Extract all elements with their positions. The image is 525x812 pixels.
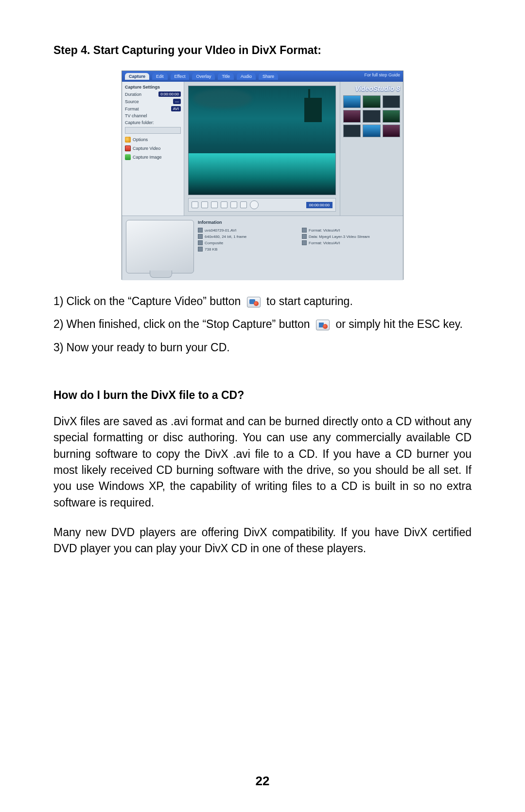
ffwd-icon (240, 201, 247, 208)
library-thumb (383, 110, 400, 123)
step-number: 1) (53, 293, 63, 309)
vs-tab-capture: Capture (125, 73, 149, 80)
step-text: or simply hit the ESC key. (335, 318, 463, 330)
camera-icon (125, 154, 131, 160)
vs-tab-title: Title (218, 73, 234, 80)
vs-tab-audio: Audio (237, 73, 256, 80)
vs-row-label: Source (125, 99, 139, 104)
vs-tab-bar: Capture Edit Effect Overlay Title Audio … (122, 71, 403, 82)
step-number: 2) (53, 316, 63, 332)
stop-icon (201, 201, 208, 208)
screenshot-figure: Capture Edit Effect Overlay Title Audio … (53, 71, 472, 280)
file-icon (198, 234, 203, 239)
vs-left-panel: Capture Settings Duration0:00:00:00 Sour… (122, 82, 184, 216)
vs-preview-canvas (188, 86, 336, 195)
library-thumb (363, 125, 380, 137)
vs-tab-share: Share (259, 73, 278, 80)
file-icon (198, 247, 203, 252)
step-text: to start capturing. (266, 295, 353, 307)
vs-library-panel: VideoStudio 8 (340, 82, 403, 216)
vs-row-value: — (173, 99, 181, 104)
jog-icon (250, 200, 259, 209)
body-paragraph: DivX files are saved as .avi format and … (53, 414, 472, 511)
body-paragraph: Many new DVD players are offering DivX c… (53, 524, 472, 557)
vs-info-text: Composite (205, 241, 223, 245)
vs-link-capture-image: Capture Image (125, 154, 181, 160)
step-text: When finished, click on the “Stop Captur… (66, 318, 310, 330)
library-thumb (343, 125, 361, 137)
vs-playback-controls: 00:00:00:00 (188, 198, 336, 212)
vs-tab-effect: Effect (171, 73, 190, 80)
instruction-item: 3) Now your ready to burn your CD. (53, 340, 472, 356)
vs-folder-label: Capture folder: (125, 120, 181, 125)
instruction-item: 2) When finished, click on the “Stop Cap… (53, 316, 472, 332)
vs-folder-field (125, 127, 181, 134)
library-thumb (363, 95, 380, 108)
vs-link-options: Options (125, 137, 181, 143)
vs-row-label: TV channel (125, 113, 147, 118)
library-thumb (343, 110, 361, 123)
vs-info-heading: Information (198, 220, 399, 225)
vs-link-label: Capture Video (133, 146, 160, 151)
vs-info-text: 640x480, 24 bit, 1 frame (205, 235, 246, 239)
step-text: Click on the “Capture Video” button (66, 295, 241, 307)
gear-icon (125, 137, 131, 143)
vs-tab-edit: Edit (152, 73, 168, 80)
library-thumb (383, 125, 400, 137)
vs-link-label: Capture Image (133, 155, 162, 160)
page-number: 22 (0, 774, 525, 789)
vs-info-text: Data: Mpeg4 Layer-3 Video Stream (309, 235, 370, 239)
vs-row-label: Format (125, 107, 139, 111)
instruction-item: 1) Click on the “Capture Video” button t… (53, 293, 472, 309)
play-icon (192, 201, 198, 208)
vs-info-text: uvs040729-01.AVI (205, 228, 236, 233)
vs-info-text: Format: Video/AVI (309, 228, 340, 233)
library-thumb (363, 110, 380, 123)
stop-capture-icon (316, 320, 330, 330)
next-icon (221, 201, 228, 208)
vs-link-label: Options (133, 137, 148, 142)
monitor-illustration (126, 220, 194, 273)
rewind-icon (230, 201, 237, 208)
library-thumb (383, 95, 400, 108)
file-icon (302, 240, 307, 245)
section-heading: Step 4. Start Capturing your VIdeo in Di… (53, 44, 472, 57)
subsection-heading: How do I burn the DivX file to a CD? (53, 389, 472, 402)
library-thumb (343, 95, 361, 108)
step-number: 3) (53, 340, 63, 356)
vs-row-value: 0:00:00:00 (158, 91, 181, 97)
videostudio-screenshot: Capture Edit Effect Overlay Title Audio … (122, 71, 403, 280)
record-icon (125, 145, 131, 151)
vs-row-label: Duration (125, 92, 141, 97)
vs-tab-overlay: Overlay (192, 73, 215, 80)
file-icon (198, 240, 203, 245)
file-icon (198, 228, 203, 233)
prev-icon (211, 201, 218, 208)
file-icon (302, 234, 307, 239)
vs-timecode: 00:00:00:00 (306, 202, 332, 208)
file-icon (302, 228, 307, 233)
step-text: Now your ready to burn your CD. (66, 340, 229, 356)
vs-guide-link: For full step Guide (364, 72, 400, 77)
vs-link-capture-video: Capture Video (125, 145, 181, 151)
vs-app-logo: VideoStudio 8 (343, 85, 400, 92)
capture-video-icon (247, 297, 261, 307)
instruction-list: 1) Click on the “Capture Video” button t… (53, 293, 472, 356)
vs-info-text: 738 KB (205, 247, 217, 252)
vs-info-text: Format: Video/AVI (309, 241, 340, 245)
vs-row-value: AVI (171, 106, 181, 111)
vs-left-title: Capture Settings (125, 85, 181, 90)
